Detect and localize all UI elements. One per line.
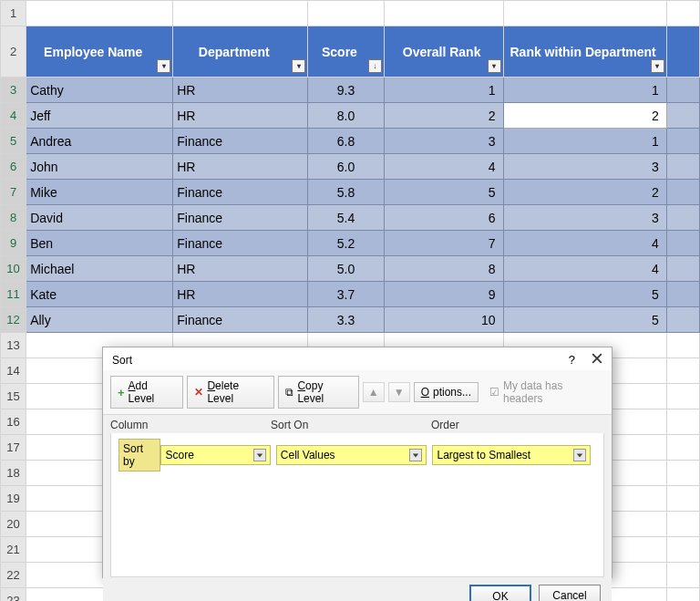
row-header[interactable]: 3 xyxy=(1,78,26,103)
cell[interactable]: 5 xyxy=(503,307,666,333)
row-header[interactable]: 16 xyxy=(1,409,26,435)
active-cell[interactable]: 2 xyxy=(503,103,666,129)
cancel-button[interactable]: Cancel xyxy=(539,585,601,601)
cell[interactable]: 5.8 xyxy=(308,180,385,205)
cell[interactable]: David xyxy=(26,205,173,231)
filter-dropdown-icon[interactable]: ▾ xyxy=(488,59,501,73)
copy-level-button[interactable]: ⧉Copy Level xyxy=(278,376,358,409)
row-header[interactable]: 20 xyxy=(1,512,26,537)
cell[interactable]: Finance xyxy=(173,307,308,333)
cell[interactable]: 10 xyxy=(384,307,503,333)
cell[interactable]: 9 xyxy=(384,282,503,307)
row-header[interactable]: 5 xyxy=(1,129,26,154)
cell[interactable]: 9.3 xyxy=(308,78,385,103)
row-header[interactable]: 13 xyxy=(1,333,26,358)
cell[interactable]: Ally xyxy=(26,307,173,333)
cell[interactable]: 2 xyxy=(384,103,503,129)
row-header[interactable]: 23 xyxy=(1,588,26,602)
row-header[interactable]: 14 xyxy=(1,358,26,384)
svg-marker-3 xyxy=(413,453,418,457)
cell[interactable]: Finance xyxy=(173,205,308,231)
cell[interactable]: 7 xyxy=(384,231,503,256)
cell[interactable]: 8.0 xyxy=(308,103,385,129)
cell[interactable]: 5.0 xyxy=(308,256,385,282)
row-header[interactable]: 11 xyxy=(1,282,26,307)
col-header-overall[interactable]: Overall Rank▾ xyxy=(384,26,503,78)
svg-marker-2 xyxy=(257,453,262,457)
row-header[interactable]: 7 xyxy=(1,180,26,205)
heading-column: Column xyxy=(110,419,271,431)
cell[interactable]: HR xyxy=(173,103,308,129)
cell[interactable]: 3 xyxy=(384,129,503,154)
cell[interactable]: 6 xyxy=(384,205,503,231)
cell[interactable]: John xyxy=(26,154,173,180)
add-level-button[interactable]: +Add Level xyxy=(110,376,183,409)
options-button[interactable]: Options... xyxy=(414,382,479,402)
cell[interactable]: 5 xyxy=(384,180,503,205)
row-header[interactable]: 19 xyxy=(1,486,26,512)
ok-button[interactable]: OK xyxy=(469,585,531,601)
cell[interactable]: Michael xyxy=(26,256,173,282)
row-header[interactable]: 10 xyxy=(1,256,26,282)
cell[interactable]: 5.4 xyxy=(308,205,385,231)
row-header[interactable]: 1 xyxy=(1,1,26,26)
cell[interactable]: Finance xyxy=(173,231,308,256)
cell[interactable]: 8 xyxy=(384,256,503,282)
cell[interactable]: 6.8 xyxy=(308,129,385,154)
row-header[interactable]: 22 xyxy=(1,563,26,588)
cell[interactable]: HR xyxy=(173,78,308,103)
cell[interactable]: 3 xyxy=(503,205,666,231)
cell[interactable]: 1 xyxy=(384,78,503,103)
move-up-button[interactable]: ▲ xyxy=(363,382,385,402)
cell[interactable]: 3 xyxy=(503,154,666,180)
cell[interactable]: 4 xyxy=(384,154,503,180)
row-header[interactable]: 21 xyxy=(1,537,26,563)
row-header[interactable]: 12 xyxy=(1,307,26,333)
cell[interactable]: 5.2 xyxy=(308,231,385,256)
cell[interactable]: Kate xyxy=(26,282,173,307)
cell[interactable]: 1 xyxy=(503,78,666,103)
filter-dropdown-icon[interactable]: ▾ xyxy=(651,59,664,73)
row-header[interactable]: 8 xyxy=(1,205,26,231)
cell[interactable]: HR xyxy=(173,282,308,307)
row-header[interactable]: 4 xyxy=(1,103,26,129)
row-header[interactable]: 15 xyxy=(1,384,26,409)
cell[interactable]: Jeff xyxy=(26,103,173,129)
cell[interactable]: HR xyxy=(173,154,308,180)
sort-column-select[interactable]: Score xyxy=(160,445,270,465)
cell[interactable]: HR xyxy=(173,256,308,282)
cell[interactable]: 1 xyxy=(503,129,666,154)
cell[interactable]: 2 xyxy=(503,180,666,205)
filter-dropdown-icon[interactable]: ▾ xyxy=(292,59,305,73)
row-header[interactable]: 2 xyxy=(1,26,26,78)
row-header[interactable]: 6 xyxy=(1,154,26,180)
cell[interactable]: 5 xyxy=(503,282,666,307)
cell[interactable]: 3.3 xyxy=(308,307,385,333)
move-down-button[interactable]: ▼ xyxy=(388,382,410,402)
cell[interactable]: Ben xyxy=(26,231,173,256)
col-header-within[interactable]: Rank within Department▾ xyxy=(503,26,666,78)
cell[interactable]: 6.0 xyxy=(308,154,385,180)
help-button[interactable]: ? xyxy=(569,353,575,367)
cell[interactable]: Mike xyxy=(26,180,173,205)
row-header[interactable]: 9 xyxy=(1,231,26,256)
cell[interactable]: 4 xyxy=(503,231,666,256)
delete-level-button[interactable]: ✕Delete Level xyxy=(187,376,274,409)
row-header[interactable]: 17 xyxy=(1,435,26,461)
col-header-name[interactable]: Employee Name▾ xyxy=(26,26,173,78)
sort-order-select[interactable]: Largest to Smallest xyxy=(432,445,591,465)
col-header-dept[interactable]: Department▾ xyxy=(173,26,308,78)
sort-on-select[interactable]: Cell Values xyxy=(276,445,427,465)
cell[interactable]: 4 xyxy=(503,256,666,282)
cell[interactable]: Finance xyxy=(173,180,308,205)
filter-dropdown-icon[interactable]: ▾ xyxy=(157,59,170,73)
cell[interactable]: Finance xyxy=(173,129,308,154)
cell[interactable]: Andrea xyxy=(26,129,173,154)
filter-sort-icon[interactable]: ↓ xyxy=(368,59,382,73)
cell[interactable]: 3.7 xyxy=(308,282,385,307)
col-header-score[interactable]: Score↓ xyxy=(308,26,385,78)
row-header[interactable]: 18 xyxy=(1,461,26,486)
cell[interactable]: Cathy xyxy=(26,78,173,103)
close-icon[interactable] xyxy=(592,353,602,367)
headers-checkbox[interactable]: ☑My data has headers xyxy=(489,379,604,405)
